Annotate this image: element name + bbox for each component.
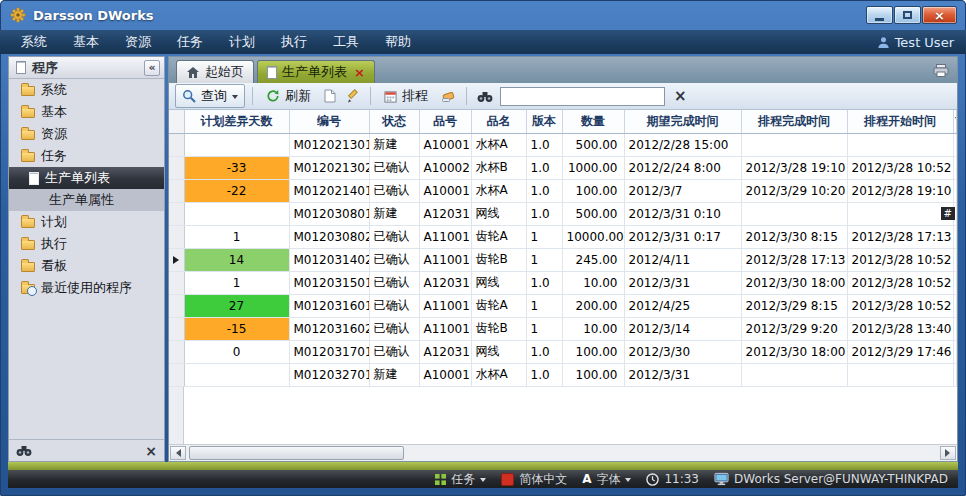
- toolbar-separator: [466, 87, 467, 105]
- row-selector[interactable]: [169, 133, 184, 156]
- col-sched-start-time[interactable]: 排程开始时间: [847, 110, 953, 133]
- col-sched-end-time[interactable]: 排程完成时间: [741, 110, 847, 133]
- row-selector[interactable]: [169, 225, 184, 248]
- col-partial[interactable]: 前: [953, 110, 957, 133]
- minimize-button[interactable]: [866, 6, 893, 24]
- new-button[interactable]: [321, 87, 339, 105]
- maximize-button[interactable]: [894, 6, 921, 24]
- scroll-right-button[interactable]: [940, 446, 956, 460]
- sidebar-item-resource[interactable]: 资源: [9, 123, 164, 145]
- sidebar-item-recent-programs[interactable]: 最近使用的程序: [9, 277, 164, 299]
- query-button[interactable]: 查询: [175, 84, 245, 108]
- menu-item-task[interactable]: 任务: [164, 30, 216, 54]
- status-time[interactable]: 11:33: [646, 472, 699, 486]
- sidebar-item-production-order-list[interactable]: 生产单列表: [9, 167, 164, 189]
- sidebar-item-label: 任务: [41, 147, 67, 165]
- titlebar: Darsson DWorks ×: [0, 0, 966, 30]
- edit-button[interactable]: [343, 87, 363, 105]
- col-item-name[interactable]: 品名: [471, 110, 526, 133]
- sidebar-search-input[interactable]: [39, 444, 138, 458]
- col-status[interactable]: 状态: [369, 110, 419, 133]
- menu-item-execute[interactable]: 执行: [268, 30, 320, 54]
- sidebar-collapse-button[interactable]: «: [144, 60, 160, 76]
- close-button[interactable]: ×: [922, 6, 957, 24]
- row-selector-current[interactable]: [169, 248, 184, 271]
- col-qty[interactable]: 数量: [562, 110, 624, 133]
- table-row[interactable]: 27 M012031601 已确认 A11001 齿轮A 1 200.00 20…: [169, 294, 957, 317]
- user-indicator[interactable]: Test User: [877, 35, 958, 50]
- sidebar-item-system[interactable]: 系统: [9, 79, 164, 101]
- table-row[interactable]: 1 M012031501 已确认 A12031 网线 1.0 10.00 201…: [169, 271, 957, 294]
- horizontal-scrollbar[interactable]: [169, 444, 957, 461]
- table-row[interactable]: -22 M012021401 已确认 A10001 水杯A 1.0 100.00…: [169, 179, 957, 202]
- sidebar-item-basic[interactable]: 基本: [9, 101, 164, 123]
- chevron-down-icon: [480, 478, 486, 485]
- row-selector[interactable]: [169, 294, 184, 317]
- table-row[interactable]: M012030801 新建 A12031 网线 1.0 500.00 2012/…: [169, 202, 957, 225]
- status-task-menu[interactable]: 任务: [435, 471, 486, 488]
- scroll-left-button[interactable]: [170, 446, 186, 460]
- refresh-button[interactable]: 刷新: [260, 85, 317, 107]
- chevron-down-icon: [625, 478, 631, 485]
- schedule-button[interactable]: 排程: [378, 85, 434, 107]
- table-row[interactable]: -15 M012031602 已确认 A11001 齿轮B 1 10.00 20…: [169, 317, 957, 340]
- statusbar: 任务 简体中文 A 字体 11:33 DWorks S: [8, 470, 958, 488]
- row-selector[interactable]: [169, 317, 184, 340]
- row-selector[interactable]: [169, 179, 184, 202]
- menu-item-resource[interactable]: 资源: [112, 30, 164, 54]
- sidebar-item-execute[interactable]: 执行: [9, 233, 164, 255]
- col-item-no[interactable]: 品号: [419, 110, 471, 133]
- row-selector[interactable]: [169, 363, 184, 386]
- folder-icon: [21, 152, 35, 162]
- col-due-time[interactable]: 期望完成时间: [624, 110, 741, 133]
- sidebar-item-label: 执行: [41, 235, 67, 253]
- sidebar-search-clear-icon[interactable]: ×: [145, 444, 157, 458]
- tab-home[interactable]: 起始页: [176, 60, 254, 83]
- status-server[interactable]: DWorks Server@FUNWAY-THINKPAD: [714, 472, 948, 486]
- col-version[interactable]: 版本: [526, 110, 562, 133]
- folder-icon: [21, 86, 35, 96]
- menu-item-plan[interactable]: 计划: [216, 30, 268, 54]
- recent-folder-icon: [21, 284, 35, 294]
- tab-production-order-list[interactable]: 生产单列表 ×: [257, 60, 375, 83]
- status-font[interactable]: A 字体: [582, 471, 631, 488]
- menu-item-system[interactable]: 系统: [8, 30, 60, 54]
- scrollbar-thumb[interactable]: [189, 446, 404, 460]
- table-row[interactable]: M012021301 新建 A10001 水杯A 1.0 500.00 2012…: [169, 133, 957, 156]
- current-row-arrow-icon: [173, 256, 179, 264]
- sidebar-item-kanban[interactable]: 看板: [9, 255, 164, 277]
- row-selector[interactable]: [169, 202, 184, 225]
- tab-close-icon[interactable]: ×: [354, 66, 365, 79]
- toolbar-search-input[interactable]: [500, 87, 665, 106]
- sidebar-item-production-order-props[interactable]: 生产单属性: [9, 189, 164, 211]
- table-row[interactable]: -33 M012021302 已确认 A10002 水杯B 1.0 1000.0…: [169, 156, 957, 179]
- menu-item-basic[interactable]: 基本: [60, 30, 112, 54]
- row-selector[interactable]: [169, 156, 184, 179]
- table-row[interactable]: 0 M012031701 已确认 A12031 网线 1.0 100.00 20…: [169, 340, 957, 363]
- sidebar-search: ×: [9, 439, 164, 461]
- magnifier-icon: [182, 89, 196, 103]
- erase-button[interactable]: [438, 88, 459, 105]
- window-controls: ×: [866, 6, 957, 24]
- row-selector[interactable]: [169, 340, 184, 363]
- chevron-down-icon: [232, 95, 238, 102]
- menu-item-tools[interactable]: 工具: [320, 30, 372, 54]
- toolbar-search-clear-icon[interactable]: ×: [669, 89, 692, 104]
- new-page-icon: [324, 89, 336, 103]
- status-language[interactable]: 简体中文: [501, 471, 567, 488]
- status-task-label: 任务: [451, 471, 475, 488]
- table-row-selected[interactable]: 14 M012031402 已确认 A11001 齿轮B 1 245.00 20…: [169, 248, 957, 271]
- schedule-label: 排程: [402, 87, 428, 105]
- menu-item-help[interactable]: 帮助: [372, 30, 424, 54]
- table-row[interactable]: M012032701 新建 A10001 水杯A 1.0 100.00 2012…: [169, 363, 957, 386]
- col-code[interactable]: 编号: [289, 110, 369, 133]
- printer-icon[interactable]: [933, 64, 949, 77]
- row-selector[interactable]: [169, 271, 184, 294]
- sidebar-item-task[interactable]: 任务: [9, 145, 164, 167]
- find-button[interactable]: [474, 88, 496, 105]
- sidebar-item-plan[interactable]: 计划: [9, 211, 164, 233]
- status-server-label: DWorks Server@FUNWAY-THINKPAD: [734, 472, 948, 486]
- col-plan-diff-days[interactable]: 计划差异天数: [184, 110, 289, 133]
- table-row[interactable]: 1 M012030802 已确认 A11001 齿轮A 1 10000.00 2…: [169, 225, 957, 248]
- sidebar-item-label: 基本: [41, 103, 67, 121]
